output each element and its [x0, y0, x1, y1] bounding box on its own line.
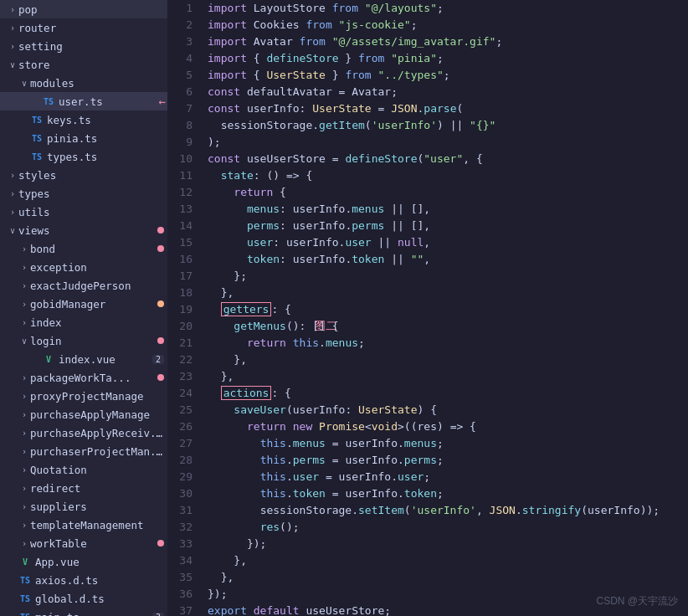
code-line-27: this.menus = userInfo.menus; [208, 435, 688, 452]
code-line-5: import { UserState } from "../types"; [208, 67, 688, 84]
code-line-4: import { defineStore } from "pinia"; [208, 50, 688, 67]
change-badge: 3 [152, 613, 164, 617]
change-badge: 2 [152, 355, 164, 364]
sidebar-item-exactjudgeperson[interactable]: › exactJudgePerson [0, 276, 167, 295]
sidebar-item-redirect[interactable]: › redirect [0, 479, 167, 497]
code-line-26: return new Promise<void>((res) => { [208, 418, 688, 435]
code-editor: 1 2 3 4 5 6 7 8 9 10 11 12 13 14 15 16 1… [167, 0, 688, 616]
chevron-right-icon: › [18, 410, 30, 419]
sidebar-item-keys-ts[interactable]: TS keys.ts [0, 110, 167, 129]
code-line-11: state: () => { [208, 167, 688, 184]
modified-badge [157, 374, 164, 381]
code-line-10: const useUserStore = defineStore("user",… [208, 151, 688, 167]
chevron-right-icon: › [18, 539, 30, 548]
sidebar-item-store[interactable]: ∨ store [0, 55, 167, 74]
sidebar-item-user-ts[interactable]: TS user.ts ← [0, 92, 167, 110]
code-line-19: getters: { 图二 [208, 301, 688, 318]
sidebar-item-templatemanagement[interactable]: › templateManagement [0, 516, 167, 534]
chevron-down-icon: ∨ [7, 226, 18, 235]
sidebar-item-suppliers[interactable]: › suppliers [0, 497, 167, 516]
code-line-33: }); [208, 536, 688, 552]
sidebar-item-purchaseapplymanage[interactable]: › purchaseApplyManage [0, 405, 167, 424]
sidebar-item-login[interactable]: ∨ login [0, 331, 167, 350]
modified-badge [157, 540, 164, 547]
code-line-20: getMenus(): [] { [208, 318, 688, 335]
sidebar-item-bond[interactable]: › bond [0, 239, 167, 258]
sidebar-item-purchaseapplyreceiv[interactable]: › purchaseApplyReceiv... [0, 424, 167, 442]
chevron-right-icon: › [7, 189, 18, 198]
sidebar-item-gobidmanager[interactable]: › gobidManager [0, 295, 167, 313]
modified-badge [157, 300, 164, 307]
sidebar-item-index-vue[interactable]: V index.vue 2 [0, 350, 167, 368]
sidebar-item-types[interactable]: › types [0, 184, 167, 203]
chevron-right-icon: › [7, 5, 18, 14]
code-line-32: res(); [208, 519, 688, 536]
line-numbers: 1 2 3 4 5 6 7 8 9 10 11 12 13 14 15 16 1… [167, 0, 199, 616]
sidebar-item-index[interactable]: › index [0, 313, 167, 331]
code-line-1: import LayoutStore from "@/layouts"; [208, 0, 688, 17]
sidebar-item-proxyprojectmanage[interactable]: › proxyProjectManage [0, 387, 167, 405]
vue-icon: V [18, 557, 32, 567]
sidebar-item-modules[interactable]: ∨ modules [0, 74, 167, 92]
chevron-right-icon: › [18, 318, 30, 327]
code-area[interactable]: import LayoutStore from "@/layouts"; imp… [199, 0, 688, 616]
code-line-29: this.user = userInfo.user; [208, 469, 688, 485]
code-line-34: }, [208, 552, 688, 569]
code-line-17: }; [208, 268, 688, 285]
sidebar-item-views[interactable]: ∨ views [0, 221, 167, 239]
code-line-12: return { [208, 184, 688, 201]
chevron-right-icon: › [18, 502, 30, 511]
typescript-icon: TS [42, 97, 55, 106]
code-line-18: }, [208, 285, 688, 301]
chevron-right-icon: › [18, 484, 30, 493]
chevron-right-icon: › [18, 392, 30, 401]
modified-badge [157, 245, 164, 252]
sidebar-item-utils[interactable]: › utils [0, 203, 167, 221]
sidebar-item-app-vue[interactable]: V App.vue [0, 552, 167, 571]
sidebar-item-types-ts[interactable]: TS types.ts [0, 147, 167, 166]
sidebar-item-global-d-ts[interactable]: TS global.d.ts [0, 589, 167, 608]
code-line-24: actions: { [208, 385, 688, 402]
typescript-icon: TS [18, 594, 32, 603]
sidebar-item-pop[interactable]: › pop [0, 0, 167, 18]
chevron-right-icon: › [7, 42, 18, 51]
chevron-right-icon: › [18, 300, 30, 309]
sidebar-item-router[interactable]: › router [0, 18, 167, 37]
chevron-right-icon: › [18, 373, 30, 382]
watermark: CSDN @天宇流沙 [596, 593, 678, 609]
code-line-6: const defaultAvatar = Avatar; [208, 84, 688, 100]
chevron-right-icon: › [18, 447, 30, 456]
sidebar-item-setting[interactable]: › setting [0, 37, 167, 55]
code-line-22: }, [208, 352, 688, 368]
code-line-31: sessionStorage.setItem('userInfo', JSON.… [208, 502, 688, 519]
code-line-14: perms: userInfo.perms || [], [208, 218, 688, 234]
modified-badge [157, 227, 164, 234]
chevron-down-icon: ∨ [18, 79, 30, 88]
sidebar-item-main-ts[interactable]: TS main.ts 3 [0, 608, 167, 616]
chevron-down-icon: ∨ [18, 336, 30, 346]
chevron-right-icon: › [7, 171, 18, 180]
sidebar-item-quotation[interactable]: › Quotation [0, 460, 167, 479]
code-line-28: this.perms = userInfo.perms; [208, 452, 688, 469]
code-line-30: this.token = userInfo.token; [208, 485, 688, 502]
code-line-8: sessionStorage.getItem('userInfo') || "{… [208, 117, 688, 134]
typescript-icon: TS [18, 576, 32, 585]
vue-icon: V [42, 355, 55, 364]
code-line-35: }, [208, 569, 688, 586]
code-line-21: return this.menus; [208, 335, 688, 352]
sidebar-item-styles[interactable]: › styles [0, 166, 167, 184]
chevron-right-icon: › [18, 429, 30, 438]
sidebar-item-axios-d-ts[interactable]: TS axios.d.ts [0, 571, 167, 589]
sidebar-item-worktable[interactable]: › workTable [0, 534, 167, 552]
sidebar-item-packageworkta[interactable]: › packageWorkTa... [0, 368, 167, 387]
code-line-3: import Avatar from "@/assets/img_avatar.… [208, 33, 688, 50]
chevron-right-icon: › [18, 521, 30, 530]
code-line-15: user: userInfo.user || null, [208, 234, 688, 251]
sidebar-item-purchaserprojectman[interactable]: › purchaserProjectMan... [0, 442, 167, 460]
code-line-16: token: userInfo.token || "", [208, 251, 688, 268]
code-line-9: ); [208, 134, 688, 151]
sidebar-item-pinia-ts[interactable]: TS pinia.ts [0, 129, 167, 147]
sidebar-item-exception[interactable]: › exception [0, 258, 167, 276]
chevron-right-icon: › [18, 465, 30, 475]
chevron-right-icon: › [7, 208, 18, 217]
